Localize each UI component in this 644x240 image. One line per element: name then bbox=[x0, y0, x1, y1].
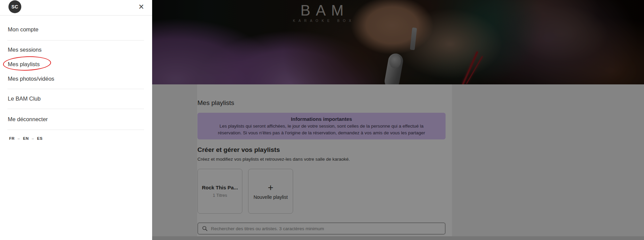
avatar: SC bbox=[8, 0, 21, 13]
sidebar-item-me-deconnecter[interactable]: Me déconnecter bbox=[8, 116, 48, 123]
drawer-header: SC × bbox=[0, 0, 152, 16]
lang-fr[interactable]: FR bbox=[9, 136, 15, 140]
menu-divider bbox=[7, 89, 144, 89]
sidebar-item-le-bam-club[interactable]: Le BAM Club bbox=[8, 96, 41, 102]
lang-en[interactable]: EN bbox=[23, 136, 29, 140]
sidebar-item-mes-sessions[interactable]: Mes sessions bbox=[8, 47, 42, 53]
sidebar-item-mes-playlists[interactable]: Mes playlists bbox=[8, 61, 40, 68]
account-menu-drawer: SC × Mon compte Mes sessions Mes playlis… bbox=[0, 0, 152, 240]
sidebar-item-mes-photos-videos[interactable]: Mes photos/vidéos bbox=[8, 76, 54, 82]
language-selector: FR – EN – ES bbox=[9, 136, 43, 140]
menu-divider bbox=[7, 40, 144, 41]
menu-divider bbox=[7, 109, 144, 109]
lang-es[interactable]: ES bbox=[37, 136, 43, 140]
lang-separator: – bbox=[18, 136, 20, 140]
lang-separator: – bbox=[32, 136, 34, 140]
sidebar-item-mon-compte[interactable]: Mon compte bbox=[8, 26, 39, 33]
backdrop-overlay[interactable] bbox=[152, 0, 644, 240]
menu-divider bbox=[7, 130, 144, 130]
close-icon[interactable]: × bbox=[135, 1, 147, 13]
